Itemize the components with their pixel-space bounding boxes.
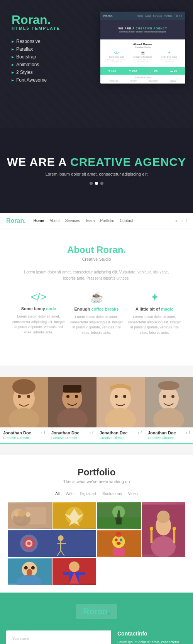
team-photo-2 — [48, 377, 96, 427]
svg-point-62 — [116, 532, 122, 538]
form-field-name1: Your name — [12, 637, 105, 644]
social-linkedin[interactable]: in — [176, 219, 179, 223]
code-feature-label: Some fancy code — [12, 306, 66, 311]
hero-large-title: WE ARE A CREATIVE AGENCY — [7, 155, 186, 169]
preview-nav-links: Home About Services Portfolio — [137, 15, 173, 17]
code-label: Some fancy code — [109, 56, 124, 58]
site-nav: Roran. Home About Services Team Portfoli… — [0, 213, 193, 229]
team-social-icons-2: t f — [90, 431, 93, 435]
preview-clients-logos: Mashable jQuery Mashable jQuery — [103, 80, 182, 82]
team-info-1: Jonathan Doe t f Creative Director — [0, 427, 48, 444]
svg-point-22 — [158, 381, 179, 390]
hero-dots — [7, 182, 186, 185]
hero-title-dot: . — [47, 13, 51, 27]
nav-services[interactable]: Services — [65, 219, 80, 223]
filter-video[interactable]: Video — [128, 492, 137, 496]
svg-point-50 — [27, 542, 30, 545]
nav-about[interactable]: About — [49, 219, 59, 223]
preview-card: Roran. Home About Services Portfolio in … — [100, 12, 185, 84]
portfolio-grid — [8, 502, 185, 585]
form-label-name1: Your name — [12, 637, 105, 641]
portfolio-item-3[interactable] — [97, 502, 141, 529]
hero-large-prefix: WE ARE A — [7, 155, 70, 168]
hero-right: Roran. Home About Services Portfolio in … — [89, 8, 185, 120]
hero-dot-3[interactable] — [100, 182, 103, 185]
contact-logo-text: Roran. — [76, 604, 117, 619]
facebook-icon-4[interactable]: f — [189, 431, 190, 435]
preview-clients-title: Some of our clients — [103, 76, 182, 79]
filter-digital-art[interactable]: Digital art — [80, 492, 96, 496]
magic-icon: ✦ — [168, 51, 171, 55]
facebook-icon-1[interactable]: f — [44, 431, 45, 435]
portfolio-item-6[interactable] — [97, 530, 141, 557]
team-role-3: Creative Director — [100, 436, 142, 440]
hero-subtitle: HTML5 TEMPLATE — [12, 26, 85, 31]
preview-hero-sub: Lorem ipsum dolor sit amet, consectetur … — [119, 31, 166, 33]
coffee-icon: ☕ — [141, 51, 145, 55]
hero-title-text: Roran — [12, 13, 47, 27]
twitter-icon-2[interactable]: t — [90, 431, 91, 435]
hero-dot-1[interactable] — [90, 182, 93, 185]
stat-102: ♥ 102 — [108, 69, 116, 73]
twitter-icon-3[interactable]: t — [138, 431, 139, 435]
team-info-4: Jonathan Doe t f Creative Director — [145, 427, 193, 444]
feature-responsive: Responsive — [12, 38, 85, 45]
svg-point-60 — [117, 542, 121, 545]
stat-245: ✦ 245 — [129, 69, 137, 73]
site-nav-social: in t f — [176, 219, 187, 223]
portfolio-item-5[interactable] — [8, 530, 96, 557]
feature-bootstrap: Bootstrap — [12, 53, 85, 61]
preview-nav-icons: in t f — [176, 15, 182, 17]
site-nav-logo: Roran. — [6, 217, 26, 224]
twitter-icon-1[interactable]: t — [41, 431, 42, 435]
hero-dot-2[interactable] — [95, 182, 98, 185]
hero-large-section: WE ARE A CREATIVE AGENCY Lorem ipsum dol… — [0, 128, 193, 213]
features-row: </> Some fancy code Lorem ipsum dolor si… — [8, 291, 185, 335]
nav-team[interactable]: Team — [85, 219, 95, 223]
nav-home[interactable]: Home — [34, 219, 44, 223]
svg-point-58 — [115, 538, 117, 541]
magic-feature-icon: ✦ — [127, 291, 181, 304]
svg-point-51 — [58, 535, 64, 541]
contact-info: Contactinfo Lorem ipsum dolor sit amet, … — [117, 630, 187, 644]
filter-illustrations[interactable]: Illustrations — [102, 492, 122, 496]
preview-about-title: About Roran. — [103, 43, 182, 46]
form-input-name1[interactable] — [12, 642, 105, 644]
team-photo-1 — [0, 377, 48, 427]
nav-portfolio[interactable]: Portfolio — [100, 219, 114, 223]
social-facebook[interactable]: f — [186, 219, 187, 223]
code-desc: Lorem ipsum dolor sit amet consectetur e… — [106, 59, 127, 63]
magic-label: A little bit of magic — [161, 56, 177, 58]
magic-desc: Lorem ipsum dolor sit amet consectetur e… — [159, 59, 180, 63]
hero-title: Roran. — [12, 14, 85, 26]
contact-info-desc: Lorem ipsum dolor sit amet, consectetur … — [117, 640, 187, 644]
facebook-icon-2[interactable]: f — [92, 431, 93, 435]
portfolio-item-8[interactable] — [52, 558, 96, 585]
facebook-icon-3[interactable]: f — [141, 431, 142, 435]
svg-point-29 — [25, 512, 30, 517]
stat-25: 🍴 25 — [149, 69, 157, 73]
team-role-1: Creative Director — [3, 436, 45, 440]
svg-point-20 — [163, 395, 166, 398]
filter-web[interactable]: Web — [66, 492, 73, 496]
preview-nav-logo: Roran. — [103, 14, 113, 18]
portfolio-item-1[interactable] — [8, 502, 52, 529]
social-twitter[interactable]: t — [181, 219, 183, 223]
contact-info-title: Contactinfo — [117, 630, 187, 637]
team-name-3: Jonathan Doe t f — [100, 430, 142, 435]
portfolio-item-4[interactable] — [142, 502, 186, 557]
coffee-feature-icon: ☕ — [69, 291, 124, 304]
coffee-desc: Lorem ipsum dolor sit amet consectetur e… — [132, 59, 154, 63]
portfolio-title: Portfolio — [8, 467, 185, 478]
twitter-icon-4[interactable]: t — [186, 431, 187, 435]
nav-contact[interactable]: Contact — [120, 219, 133, 223]
portfolio-item-2[interactable] — [52, 502, 96, 529]
team-social-icons-1: t f — [41, 431, 45, 435]
contact-logo: Roran. — [0, 593, 193, 627]
filter-all[interactable]: All — [55, 492, 59, 496]
client-jquery-1: jQuery — [130, 80, 137, 82]
portfolio-item-7[interactable] — [8, 558, 52, 585]
team-social-icons-4: t f — [186, 431, 190, 435]
preview-icon-item-coffee: ☕ Enough coffee breaks Lorem ipsum dolor… — [132, 51, 154, 63]
svg-rect-61 — [113, 548, 125, 556]
